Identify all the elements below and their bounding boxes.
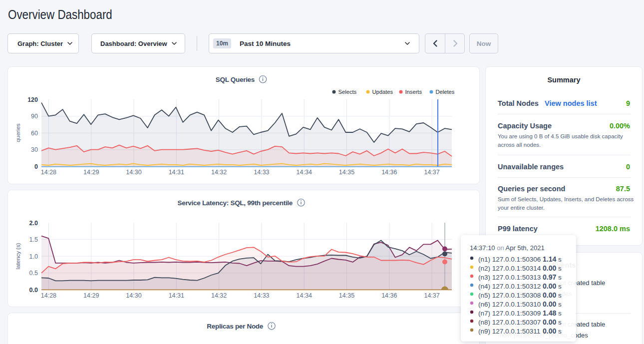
svg-text:90: 90 xyxy=(31,113,38,120)
svg-text:14:33: 14:33 xyxy=(254,169,269,176)
svg-text:queries: queries xyxy=(15,123,21,142)
svg-text:Deletes: Deletes xyxy=(436,89,455,95)
svg-text:14:37: 14:37 xyxy=(424,292,439,299)
svg-text:1.5: 1.5 xyxy=(29,236,38,243)
svg-text:14:31: 14:31 xyxy=(169,169,184,176)
svg-text:latency (s): latency (s) xyxy=(15,243,21,269)
svg-text:14:34: 14:34 xyxy=(297,292,312,299)
svg-text:14:29: 14:29 xyxy=(83,292,99,299)
svg-text:14:32: 14:32 xyxy=(211,292,227,299)
svg-text:14:31: 14:31 xyxy=(169,292,184,299)
svg-text:14:35: 14:35 xyxy=(339,169,354,176)
svg-text:120: 120 xyxy=(27,96,38,103)
svg-text:14:30: 14:30 xyxy=(126,292,141,299)
svg-text:14:36: 14:36 xyxy=(381,169,397,176)
svg-text:1.0: 1.0 xyxy=(29,253,38,260)
svg-text:60: 60 xyxy=(31,130,38,137)
svg-text:0: 0 xyxy=(34,163,38,170)
svg-text:14:33: 14:33 xyxy=(254,292,269,299)
svg-text:Inserts: Inserts xyxy=(405,89,422,95)
svg-text:14:32: 14:32 xyxy=(211,169,227,176)
svg-text:14:36: 14:36 xyxy=(381,292,397,299)
svg-text:Updates: Updates xyxy=(372,89,393,95)
svg-text:Selects: Selects xyxy=(338,89,357,95)
svg-text:30: 30 xyxy=(31,146,38,153)
svg-text:SQL Queries: SQL Queries xyxy=(216,76,255,83)
svg-text:Service Latency: SQL, 99th per: Service Latency: SQL, 99th percentile xyxy=(178,199,293,207)
svg-text:2.0: 2.0 xyxy=(29,220,38,227)
svg-text:14:34: 14:34 xyxy=(297,169,312,176)
svg-text:14:28: 14:28 xyxy=(41,292,56,299)
svg-text:14:30: 14:30 xyxy=(126,169,141,176)
svg-text:0.5: 0.5 xyxy=(29,270,38,277)
svg-text:14:37: 14:37 xyxy=(424,169,439,176)
svg-text:Replicas per Node: Replicas per Node xyxy=(207,323,263,330)
svg-text:14:35: 14:35 xyxy=(339,292,354,299)
svg-text:14:28: 14:28 xyxy=(41,169,56,176)
svg-text:14:29: 14:29 xyxy=(83,169,99,176)
svg-text:0.0: 0.0 xyxy=(29,287,38,294)
